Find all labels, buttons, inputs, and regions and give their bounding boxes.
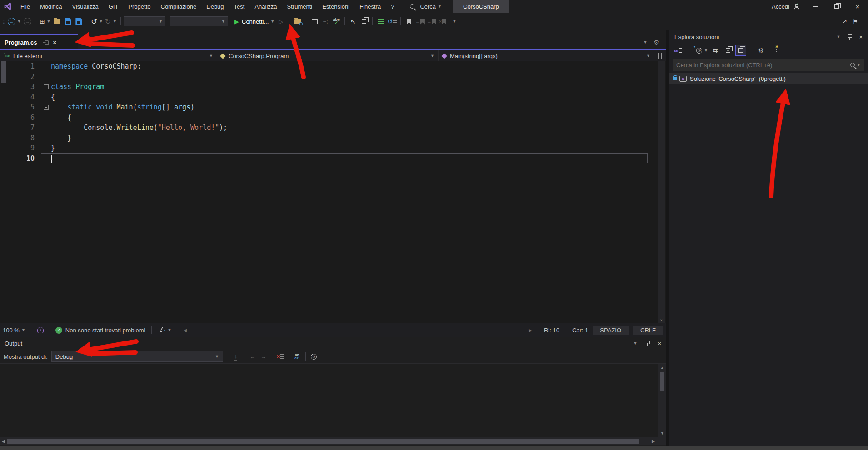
find-in-files-button[interactable] bbox=[292, 16, 303, 27]
code-cleanup-chevron-icon[interactable]: ▼ bbox=[167, 328, 171, 332]
output-scroll-left-icon[interactable]: ◀ bbox=[2, 439, 5, 444]
feedback-button[interactable]: ⚑ bbox=[850, 16, 861, 27]
code-line[interactable]: 4{ bbox=[0, 92, 658, 103]
editor-scrollbar-thumb[interactable] bbox=[1, 61, 6, 83]
output-window-chevron-icon[interactable]: ▼ bbox=[633, 341, 637, 346]
menu-debug[interactable]: Debug bbox=[201, 0, 229, 13]
toggle-bookmark-button[interactable] bbox=[404, 16, 414, 27]
navigate-back-button[interactable]: ←▼ bbox=[7, 16, 22, 27]
spell-check-button[interactable]: abc✓ bbox=[331, 16, 342, 27]
se-close-icon[interactable]: × bbox=[859, 34, 863, 40]
clear-bookmarks-button[interactable]: × bbox=[437, 16, 448, 27]
start-without-debug-button[interactable]: ▷ bbox=[275, 16, 286, 27]
sync-with-active-document-button[interactable]: ⇆ bbox=[710, 45, 721, 56]
output-scrollbar-thumb[interactable] bbox=[660, 372, 664, 391]
scrollbar-chevron-icon[interactable]: ⌄ bbox=[659, 316, 663, 321]
menu-compilazione[interactable]: Compilazione bbox=[156, 0, 202, 13]
se-search-input[interactable] bbox=[676, 62, 850, 69]
new-project-button[interactable]: ⊞▼ bbox=[39, 16, 52, 27]
output-content[interactable]: ▲ ▼ bbox=[0, 363, 666, 437]
next-bookmark-button[interactable]: → bbox=[426, 16, 437, 27]
se-pin-icon[interactable] bbox=[848, 34, 852, 40]
live-share-button[interactable]: ↗ bbox=[839, 16, 850, 27]
code-editor[interactable]: 1namespace CorsoCSharp;23−class Program4… bbox=[0, 61, 658, 323]
clear-all-button[interactable]: ✕ bbox=[275, 351, 286, 362]
scroll-left-icon[interactable]: ◀ bbox=[183, 328, 187, 333]
tab-close-icon[interactable]: × bbox=[53, 39, 57, 46]
output-scroll-down-icon[interactable]: ▼ bbox=[660, 431, 664, 435]
output-close-icon[interactable]: × bbox=[658, 340, 661, 347]
output-pin-icon[interactable] bbox=[645, 341, 649, 346]
properties-button[interactable]: ⚙ bbox=[756, 45, 767, 56]
fold-collapse-icon[interactable]: − bbox=[41, 82, 51, 92]
menu-modifica[interactable]: Modifica bbox=[35, 0, 67, 13]
output-scroll-up-icon[interactable]: ▲ bbox=[658, 364, 666, 370]
start-debug-button[interactable]: ▶ Connetti... ▼ bbox=[234, 16, 275, 27]
status-column-number[interactable]: Car: 1 bbox=[572, 327, 588, 334]
solution-explorer-search[interactable]: ▼ bbox=[673, 59, 864, 71]
prev-message-button[interactable]: ← bbox=[247, 351, 258, 362]
pin-icon[interactable] bbox=[43, 40, 48, 45]
undo-button[interactable]: ↺▼ bbox=[90, 16, 104, 27]
menu-file[interactable]: File bbox=[15, 0, 35, 13]
show-all-files-button[interactable] bbox=[735, 45, 746, 56]
configuration-combobox[interactable]: ▼ bbox=[124, 16, 165, 26]
split-editor-button[interactable] bbox=[654, 50, 666, 61]
output-vertical-scrollbar[interactable]: ▲ ▼ bbox=[658, 364, 666, 437]
close-button[interactable]: × bbox=[847, 0, 868, 13]
panel-divider[interactable] bbox=[666, 30, 669, 446]
breadcrumb-member-dropdown[interactable]: Main(string[] args) ▼ bbox=[439, 50, 654, 61]
se-window-chevron-icon[interactable]: ▼ bbox=[836, 35, 840, 39]
menu-progetto[interactable]: Progetto bbox=[123, 0, 155, 13]
output-horizontal-scrollbar[interactable]: ◀ ▶ bbox=[0, 437, 666, 445]
output-source-combobox[interactable]: Debug ▼ bbox=[51, 351, 223, 362]
code-line[interactable]: 9} bbox=[0, 143, 658, 153]
code-line[interactable]: 2 bbox=[0, 72, 658, 82]
copy-structure-button[interactable] bbox=[359, 16, 369, 27]
frame-navigation-button[interactable] bbox=[309, 16, 320, 27]
menu-git[interactable]: GIT bbox=[104, 0, 124, 13]
menu-strumenti[interactable]: Strumenti bbox=[282, 0, 318, 13]
redo-button[interactable]: ↻▼ bbox=[104, 16, 118, 27]
pending-changes-filter-button[interactable]: ▼◷▼ bbox=[693, 45, 708, 56]
platform-combobox[interactable]: ▼ bbox=[170, 16, 228, 26]
scroll-right-icon[interactable]: ▶ bbox=[529, 328, 532, 333]
toolbar-grip[interactable]: ⣿ bbox=[3, 19, 5, 24]
select-tool-button[interactable]: ↖ bbox=[348, 16, 359, 27]
breadcrumb-project-dropdown[interactable]: C# File esterni ▼ bbox=[0, 50, 217, 61]
sign-in-button[interactable]: Accedi bbox=[767, 0, 805, 13]
fold-collapse-icon[interactable]: − bbox=[41, 102, 51, 113]
open-file-button[interactable] bbox=[51, 16, 62, 27]
status-line-number[interactable]: Ri: 10 bbox=[544, 327, 559, 334]
zoom-chevron-icon[interactable]: ▼ bbox=[21, 328, 25, 332]
se-search-chevron-icon[interactable]: ▼ bbox=[857, 63, 861, 67]
toolbar-overflow-button[interactable]: ▼ bbox=[448, 16, 459, 27]
document-list-chevron-icon[interactable]: ▼ bbox=[644, 40, 648, 45]
next-message-button[interactable]: → bbox=[258, 351, 269, 362]
code-line[interactable]: 10 bbox=[0, 153, 658, 164]
code-line[interactable]: 3−class Program bbox=[0, 82, 658, 92]
format-indent-button[interactable] bbox=[375, 16, 386, 27]
code-cleanup-icon[interactable] bbox=[158, 326, 165, 334]
breadcrumb-type-dropdown[interactable]: CorsoCSharp.Program ▼ bbox=[217, 50, 439, 61]
word-wrap-button[interactable]: abc↵ bbox=[292, 351, 303, 362]
menu-estensioni[interactable]: Estensioni bbox=[317, 0, 354, 13]
prev-bookmark-button[interactable]: ← bbox=[414, 16, 426, 27]
goto-message-button[interactable]: ↓ bbox=[230, 351, 241, 362]
zoom-level-dropdown[interactable]: 100 % bbox=[3, 327, 20, 334]
code-line[interactable]: 7 Console.WriteLine("Hello, World!"); bbox=[0, 123, 658, 133]
menu-visualizza[interactable]: Visualizza bbox=[67, 0, 103, 13]
undo-format-button[interactable]: ↺ bbox=[386, 16, 398, 27]
code-line[interactable]: 5− static void Main(string[] args) bbox=[0, 102, 658, 113]
search-menu-button[interactable]: Cerca ▼ bbox=[405, 0, 447, 13]
code-line[interactable]: 1namespace CorsoCSharp; bbox=[0, 61, 658, 72]
output-panel-header[interactable]: Output ▼ × bbox=[0, 337, 666, 350]
code-line[interactable]: 6 { bbox=[0, 113, 658, 123]
navigate-forward-button[interactable]: → bbox=[22, 16, 33, 27]
editor-vertical-scrollbar[interactable]: ⌄ bbox=[658, 61, 665, 323]
add-new-item-button[interactable] bbox=[768, 45, 779, 56]
output-scroll-right-icon[interactable]: ▶ bbox=[652, 439, 655, 444]
timestamp-button[interactable]: ◷ bbox=[309, 351, 319, 362]
status-line-ending[interactable]: CRLF bbox=[633, 326, 663, 335]
solution-name-badge[interactable]: CorsoCSharp bbox=[453, 0, 509, 13]
